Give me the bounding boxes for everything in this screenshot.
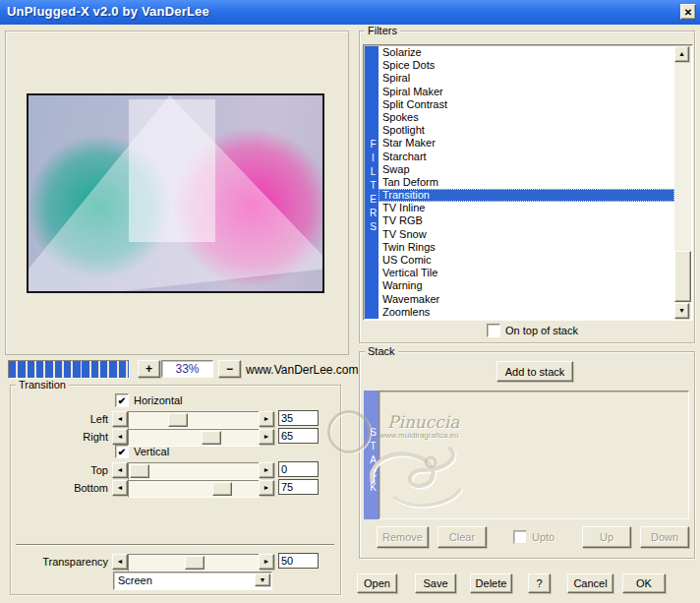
filter-list-item[interactable]: Spice Dots	[379, 59, 674, 72]
plus-icon: +	[146, 362, 152, 376]
transparency-slider-decrement-button[interactable]: ◄	[112, 554, 128, 570]
arrow-right-icon: ►	[263, 484, 270, 491]
arrow-left-icon: ◄	[117, 484, 124, 491]
arrow-right-icon: ►	[263, 433, 270, 440]
zoom-in-button[interactable]: +	[138, 360, 160, 378]
bottom-value-input[interactable]	[278, 479, 319, 495]
filter-list-item[interactable]: Zoomlens	[379, 306, 674, 319]
title-bar[interactable]: UnPlugged-X v2.0 by VanDerLee ✕	[0, 0, 700, 25]
scrollbar-thumb[interactable]	[674, 251, 691, 302]
help-button[interactable]: ?	[528, 573, 551, 593]
preview-panel	[5, 30, 349, 355]
horizontal-checkbox[interactable]: ✔	[115, 393, 129, 407]
bottom-slider-increment-button[interactable]: ►	[259, 480, 274, 496]
right-slider-decrement-button[interactable]: ◄	[112, 429, 128, 445]
arrow-down-icon: ▼	[678, 307, 685, 314]
delete-button[interactable]: Delete	[470, 573, 512, 593]
blend-mode-value: Screen	[118, 574, 152, 586]
filter-list-item[interactable]: Spiral Maker	[379, 86, 674, 98]
filter-list-item[interactable]: Wavemaker	[379, 293, 674, 306]
ok-button[interactable]: OK	[622, 573, 666, 593]
close-icon: ✕	[684, 7, 692, 18]
minus-icon: −	[226, 362, 233, 376]
transparency-value-input[interactable]	[278, 553, 319, 569]
left-slider-label: Left	[14, 413, 108, 425]
bottom-slider-thumb[interactable]	[212, 482, 232, 496]
down-button[interactable]: Down	[640, 526, 689, 548]
filters-vertical-banner: FILTERS	[365, 46, 379, 319]
filter-list-item[interactable]: TV Inline	[379, 202, 674, 214]
top-slider-decrement-button[interactable]: ◄	[112, 462, 128, 478]
left-slider-decrement-button[interactable]: ◄	[112, 411, 128, 427]
filter-list-item[interactable]: Vertical Tile	[379, 267, 674, 279]
save-button[interactable]: Save	[415, 573, 456, 593]
filter-list-item[interactable]: Twin Rings	[379, 241, 674, 254]
blend-mode-select[interactable]: Screen ▼	[113, 572, 272, 590]
bottom-slider-decrement-button[interactable]: ◄	[112, 480, 128, 496]
right-slider-increment-button[interactable]: ►	[259, 429, 274, 445]
up-button[interactable]: Up	[582, 526, 631, 548]
left-value-input[interactable]	[278, 410, 319, 426]
arrow-left-icon: ◄	[117, 558, 124, 565]
transparency-slider-increment-button[interactable]: ►	[259, 554, 274, 570]
transparency-slider-thumb[interactable]	[185, 556, 204, 570]
filter-list-item[interactable]: Swap	[379, 163, 674, 176]
right-slider-label: Right	[14, 431, 108, 443]
stack-list[interactable]	[379, 391, 689, 519]
clear-button[interactable]: Clear	[438, 526, 487, 548]
top-slider-track[interactable]	[128, 462, 261, 480]
filter-list-item[interactable]: TV RGB	[379, 214, 674, 227]
filters-group-label: Filters	[365, 25, 400, 36]
vertical-checkbox-label: Vertical	[134, 446, 169, 457]
filter-list-item[interactable]: Spokes	[379, 111, 674, 124]
dialog-window: UnPlugged-X v2.0 by VanDerLee ✕ + 33% − …	[0, 0, 700, 603]
scroll-up-button[interactable]: ▲	[674, 46, 689, 62]
filter-list-item[interactable]: Solarize	[379, 46, 674, 59]
add-to-stack-button[interactable]: Add to stack	[496, 361, 573, 382]
left-slider-track[interactable]	[128, 411, 261, 429]
filter-list-item[interactable]: Starchart	[379, 151, 674, 163]
transition-group-label: Transition	[16, 379, 69, 391]
filters-scrollbar[interactable]: ▲ ▼	[674, 46, 691, 319]
scroll-down-button[interactable]: ▼	[674, 303, 689, 319]
filter-list-item[interactable]: US Comic	[379, 254, 674, 267]
bottom-slider-track[interactable]	[128, 480, 261, 498]
separator-line	[16, 544, 334, 546]
zoom-out-button[interactable]: −	[218, 360, 241, 378]
filter-list-item[interactable]: Split Contrast	[379, 98, 674, 111]
top-slider-thumb[interactable]	[130, 464, 149, 478]
transparency-slider-track[interactable]	[128, 554, 261, 572]
filter-list-item[interactable]: Warning	[379, 279, 674, 292]
preview-image[interactable]	[27, 93, 324, 293]
left-slider-thumb[interactable]	[168, 413, 188, 427]
close-button[interactable]: ✕	[680, 4, 696, 20]
right-slider-thumb[interactable]	[202, 431, 221, 445]
filter-list-item[interactable]: Spiral	[379, 72, 674, 85]
left-slider-increment-button[interactable]: ►	[259, 411, 274, 427]
left-slider-row: Left ◄ ►	[14, 411, 330, 428]
filter-list-item[interactable]: TV Snow	[379, 228, 674, 241]
remove-button[interactable]: Remove	[377, 526, 429, 548]
upto-checkbox[interactable]: ✔	[513, 530, 527, 544]
filter-list-item[interactable]: Transition	[379, 189, 674, 202]
top-value-input[interactable]	[278, 461, 319, 477]
upto-checkbox-label: Upto	[532, 531, 554, 543]
filter-list-item[interactable]: Spotlight	[379, 124, 674, 137]
blend-mode-dropdown-button[interactable]: ▼	[255, 573, 270, 586]
cancel-button[interactable]: Cancel	[567, 573, 613, 593]
right-slider-track[interactable]	[128, 429, 261, 447]
arrow-left-icon: ◄	[117, 415, 124, 422]
filter-list-item[interactable]: Star Maker	[379, 137, 674, 150]
preview-band-shape	[129, 99, 215, 242]
filter-list-item[interactable]: Tan Deform	[379, 176, 674, 189]
vertical-checkbox[interactable]: ✔	[115, 445, 129, 458]
stack-group-label: Stack	[365, 345, 398, 357]
top-slider-increment-button[interactable]: ►	[259, 462, 274, 478]
on-top-of-stack-checkbox[interactable]: ✔	[487, 324, 500, 337]
right-value-input[interactable]	[278, 428, 319, 444]
filters-list: SolarizeSpice DotsSpiralSpiral MakerSpli…	[379, 46, 674, 319]
website-link[interactable]: www.VanDerLee.com	[246, 363, 359, 377]
open-button[interactable]: Open	[357, 573, 397, 593]
arrow-right-icon: ►	[263, 558, 270, 565]
zoom-level-value: 33%	[161, 360, 213, 378]
